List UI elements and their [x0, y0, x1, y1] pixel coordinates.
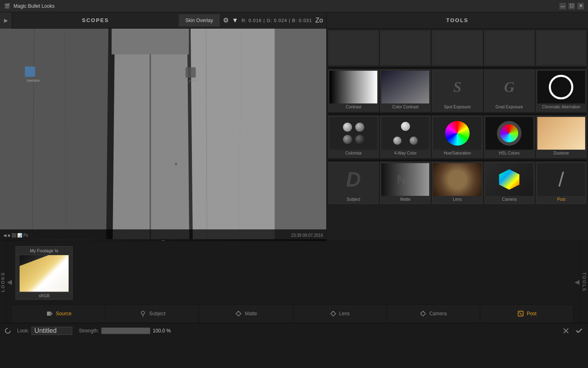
stage-source-label: Source: [56, 311, 71, 316]
tool-colorista[interactable]: Colorista: [328, 116, 379, 158]
stage-source[interactable]: Source: [12, 305, 106, 323]
stage-subject-label: Subject: [149, 311, 165, 316]
svg-rect-12: [111, 29, 189, 54]
tools-panel: TOOLS: [327, 12, 588, 241]
preview-background: Xemino file_name: [0, 29, 326, 239]
looks-sidebar[interactable]: LOOKS: [0, 241, 6, 323]
tool-post[interactable]: Post: [536, 162, 586, 204]
stage-lens[interactable]: Lens: [293, 305, 387, 323]
camera-stage-icon: [419, 310, 427, 317]
tool-spot-exposure-label: Spot Exposure: [433, 103, 481, 110]
svg-line-6: [189, 29, 191, 239]
app-title: Magic Bullet Looks: [13, 3, 55, 9]
scopes-title: SCOPES: [12, 17, 179, 23]
preview-container: Xemino file_name ◀ ■ ⬛ 📊 Px 23:39 09.07.…: [0, 29, 326, 241]
tools-right-label: TOOLS: [582, 272, 587, 292]
footage-badge: sRGB: [16, 292, 72, 299]
tool-color-contrast-label: Color Contrast: [381, 103, 429, 110]
post-stage-icon: [517, 310, 524, 317]
minimize-button[interactable]: —: [559, 3, 566, 9]
tool-placeholder-3[interactable]: [432, 30, 482, 65]
title-bar-controls: — ☐ ✕: [559, 3, 584, 9]
workflow-main: My Footage Is sRGB: [12, 241, 574, 323]
tool-hue-saturation[interactable]: Hue/Saturation: [432, 116, 482, 158]
tool-grad-exposure[interactable]: G Grad Exposure: [484, 70, 535, 112]
svg-rect-19: [50, 312, 52, 315]
tool-spot-exposure[interactable]: S Spot Exposure: [432, 70, 482, 112]
footage-card[interactable]: My Footage Is sRGB: [16, 246, 73, 300]
cancel-button[interactable]: [562, 327, 570, 335]
footage-card-title: My Footage Is: [16, 247, 72, 255]
svg-marker-24: [421, 311, 425, 316]
main-layout: ▶ SCOPES Skin Overlay ⚙ ▼ R: 0.016 | G: …: [0, 12, 588, 368]
reset-icon: [4, 327, 12, 335]
tool-matte[interactable]: NL Matte: [380, 162, 430, 204]
tool-subject[interactable]: D Subject: [328, 162, 379, 204]
tool-lens[interactable]: Lens: [432, 162, 482, 204]
gear-icon[interactable]: ⚙: [223, 16, 229, 24]
tools-right-sidebar[interactable]: TOOLS: [580, 241, 588, 323]
stage-lens-label: Lens: [339, 311, 350, 316]
row-separator-3: [328, 159, 586, 161]
tool-contrast[interactable]: Contrast: [328, 70, 379, 112]
stage-matte[interactable]: Matte: [199, 305, 293, 323]
stage-subject[interactable]: Subject: [106, 305, 199, 323]
stage-matte-label: Matte: [245, 311, 257, 316]
tool-hue-saturation-label: Hue/Saturation: [433, 150, 481, 157]
svg-point-20: [141, 311, 145, 314]
tool-chromatic-aberration-label: Chromatic Aberration: [537, 103, 585, 110]
tool-lens-label: Lens: [433, 196, 481, 203]
skin-overlay-button[interactable]: Skin Overlay: [179, 14, 220, 27]
source-icon: [46, 310, 53, 317]
look-name-input[interactable]: Untitled: [31, 327, 72, 335]
stage-camera[interactable]: Camera: [387, 305, 480, 323]
tool-hsl-colors[interactable]: HSL Colors: [484, 116, 535, 158]
strength-control: Strength: 100.0 %: [79, 328, 171, 334]
tools-row-1: Contrast Color Contrast S Spot Exposure: [328, 70, 586, 112]
strength-slider[interactable]: [101, 328, 150, 334]
color-readout: R: 0.016 | G: 0.024 | B: 0.031: [242, 18, 312, 23]
tool-camera[interactable]: Camera: [484, 162, 535, 204]
matte-stage-icon: [235, 310, 242, 317]
pipeline-nav-right[interactable]: ◀: [574, 241, 580, 323]
tool-placeholder-5[interactable]: [536, 30, 586, 65]
tool-grad-exposure-label: Grad Exposure: [486, 103, 533, 110]
look-control: Look: Untitled: [17, 327, 72, 335]
scopes-header: ▶ SCOPES Skin Overlay ⚙ ▼ R: 0.016 | G: …: [0, 12, 326, 29]
row-separator-2: [328, 113, 586, 115]
look-label: Look:: [17, 328, 29, 334]
tool-chromatic-aberration[interactable]: Chromatic Aberration: [536, 70, 586, 112]
tool-4way-color[interactable]: 4-Way Color: [380, 116, 430, 158]
tool-matte-label: Matte: [381, 196, 429, 203]
scopes-toggle[interactable]: ▶: [0, 12, 12, 29]
strength-value: 100.0 %: [153, 328, 171, 334]
stage-buttons: Source Subject: [12, 304, 574, 323]
tools-row-2: Colorista 4-Way Col: [328, 116, 586, 158]
confirm-button[interactable]: [575, 327, 583, 335]
reset-button[interactable]: [5, 328, 11, 334]
tool-duotone[interactable]: Duotone: [536, 116, 586, 158]
tools-header: TOOLS: [327, 12, 588, 29]
preview-image: Xemino file_name ◀ ■ ⬛ 📊 Px 23:39 09.07.…: [0, 29, 326, 241]
row-separator-1: [328, 67, 586, 69]
pipeline-nav-left[interactable]: ◀: [6, 241, 12, 323]
tool-4way-color-label: 4-Way Color: [381, 150, 429, 157]
svg-rect-14: [25, 67, 35, 77]
tool-placeholder-2[interactable]: [380, 30, 430, 65]
tools-title: TOOLS: [446, 17, 469, 23]
lens-stage-icon: [330, 310, 337, 317]
bottom-bar: Look: Untitled Strength: 100.0 %: [0, 323, 588, 338]
tool-subject-label: Subject: [330, 196, 377, 203]
scopes-panel: ▶ SCOPES Skin Overlay ⚙ ▼ R: 0.016 | G: …: [0, 12, 327, 241]
tools-grid: Contrast Color Contrast S Spot Exposure: [327, 29, 588, 241]
zoom-label: Zo: [315, 17, 323, 24]
tool-color-contrast[interactable]: Color Contrast: [380, 70, 430, 112]
subject-stage-icon: [139, 310, 147, 317]
maximize-button[interactable]: ☐: [568, 3, 575, 9]
close-button[interactable]: ✕: [577, 3, 584, 9]
stage-post[interactable]: Post: [480, 305, 574, 323]
dropdown-icon[interactable]: ▼: [232, 17, 238, 24]
tool-placeholder-4[interactable]: [484, 30, 535, 65]
tool-placeholder-1[interactable]: [328, 30, 379, 65]
title-bar-left: 🎬 Magic Bullet Looks: [4, 3, 55, 9]
